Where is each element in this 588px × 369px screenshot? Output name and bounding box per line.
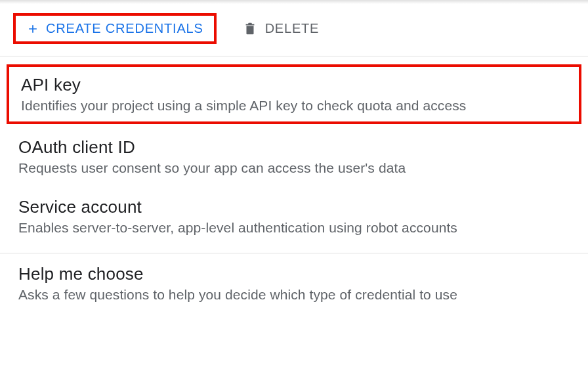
menu-item-description: Requests user consent so your app can ac… xyxy=(18,160,570,176)
menu-item-title: API key xyxy=(21,75,567,95)
menu-item-description: Asks a few questions to help you decide … xyxy=(18,287,570,303)
menu-item-help-me-choose[interactable]: Help me choose Asks a few questions to h… xyxy=(0,253,588,313)
trash-icon xyxy=(243,22,257,36)
credentials-menu: API key Identifies your project using a … xyxy=(0,56,588,313)
plus-icon xyxy=(26,22,39,35)
create-credentials-button[interactable]: CREATE CREDENTIALS xyxy=(13,13,217,44)
delete-label: DELETE xyxy=(265,21,320,36)
menu-item-title: Help me choose xyxy=(18,264,570,284)
menu-item-title: OAuth client ID xyxy=(18,137,570,158)
menu-item-oauth-client-id[interactable]: OAuth client ID Requests user consent so… xyxy=(0,127,588,186)
menu-item-description: Identifies your project using a simple A… xyxy=(21,98,567,114)
delete-button[interactable]: DELETE xyxy=(243,21,320,36)
toolbar: CREATE CREDENTIALS DELETE xyxy=(0,4,588,56)
menu-item-api-key[interactable]: API key Identifies your project using a … xyxy=(7,64,581,124)
menu-item-description: Enables server-to-server, app-level auth… xyxy=(18,220,570,236)
menu-item-service-account[interactable]: Service account Enables server-to-server… xyxy=(0,186,588,246)
menu-item-title: Service account xyxy=(18,197,570,217)
create-credentials-label: CREATE CREDENTIALS xyxy=(46,21,203,36)
